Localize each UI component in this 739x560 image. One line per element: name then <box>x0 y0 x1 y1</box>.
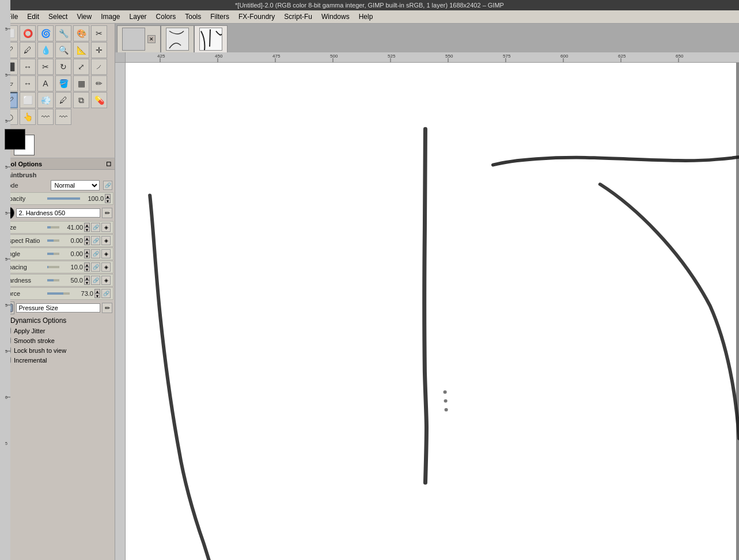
hardness-up[interactable]: ▲ <box>84 276 90 280</box>
fuzzy-select-tool[interactable]: 🔧 <box>55 25 71 41</box>
mode-chain-btn[interactable]: 🔗 <box>103 181 112 190</box>
hardness-down[interactable]: ▼ <box>84 280 90 285</box>
blend-tool[interactable]: ▦ <box>73 75 89 92</box>
force-chain-btn[interactable]: 🔗 <box>101 289 111 298</box>
aspect-ratio-track[interactable] <box>47 239 59 242</box>
angle-spin[interactable]: ▲ ▼ <box>84 249 90 258</box>
aspect-ratio-value: 0.00 <box>61 237 83 244</box>
dynamics-options-row[interactable]: ▶ Dynamics Options <box>0 315 115 326</box>
text-tool[interactable]: A <box>37 75 54 92</box>
free-select-tool[interactable]: 🌀 <box>37 25 54 41</box>
menu-item-script-fu[interactable]: Script-Fu <box>279 12 317 22</box>
color-picker-tool[interactable]: 💧 <box>37 42 54 58</box>
scissors-tool[interactable]: ✂ <box>91 25 107 41</box>
tab-active[interactable] <box>194 25 228 52</box>
move-tool[interactable]: ✛ <box>91 42 107 58</box>
angle-dyn-btn[interactable]: ◈ <box>101 249 111 258</box>
canvas-viewport[interactable] <box>126 63 739 560</box>
size-dyn-btn[interactable]: ◈ <box>101 223 111 232</box>
aspect-ratio-up[interactable]: ▲ <box>84 236 90 241</box>
opacity-spin[interactable]: ▲ ▼ <box>105 194 111 203</box>
opacity-track[interactable] <box>47 197 80 200</box>
spacing-spin[interactable]: ▲ ▼ <box>84 262 90 272</box>
foreground-color-swatch[interactable] <box>5 129 25 150</box>
airbrush-tool[interactable]: 💨 <box>37 92 54 108</box>
rotate-tool[interactable]: ↻ <box>55 59 71 75</box>
hardness-spin[interactable]: ▲ ▼ <box>84 276 90 285</box>
menu-item-windows[interactable]: Windows <box>317 12 354 22</box>
scale-tool[interactable]: ⤢ <box>73 59 89 75</box>
aspect-ratio-dyn-btn[interactable]: ◈ <box>101 236 111 245</box>
force-down[interactable]: ▼ <box>94 294 100 298</box>
smudge-tool[interactable]: 👆 <box>20 109 36 125</box>
tab-empty-close[interactable]: ✕ <box>147 35 156 43</box>
menu-item-filters[interactable]: Filters <box>206 12 234 22</box>
ellipse-select-tool[interactable]: ⭕ <box>20 25 36 41</box>
force-track[interactable] <box>47 292 70 295</box>
hardness-track[interactable] <box>47 279 59 281</box>
aspect-ratio-spin[interactable]: ▲ ▼ <box>84 236 90 245</box>
transform-tool[interactable]: ↔ <box>20 59 36 75</box>
menu-item-view[interactable]: View <box>72 12 96 22</box>
tab-empty[interactable]: ✕ <box>117 25 161 52</box>
hardness-row: Hardness 50.0 ▲ ▼ 🔗 ◈ <box>1 274 113 287</box>
bucket-fill-tool[interactable]: 🪣 <box>55 75 71 92</box>
svg-text:575: 575 <box>503 54 511 59</box>
opacity-down[interactable]: ▼ <box>105 199 111 203</box>
hardness-chain-btn[interactable]: 🔗 <box>91 276 100 285</box>
spacing-up[interactable]: ▲ <box>84 262 90 267</box>
force-up[interactable]: ▲ <box>94 289 100 294</box>
spacing-chain-btn[interactable]: 🔗 <box>91 262 100 272</box>
dynamics-edit-btn[interactable]: ✏ <box>102 303 112 313</box>
flip-tool[interactable]: ↔ <box>20 75 36 92</box>
hardness-dyn-btn[interactable]: ◈ <box>101 276 111 285</box>
angle-down[interactable]: ▼ <box>84 254 90 258</box>
eraser-tool[interactable]: ⬜ <box>20 92 36 108</box>
ink-tool[interactable]: 🖊 <box>55 92 71 108</box>
opacity-fill <box>47 197 80 200</box>
brush-row: ✏ <box>0 205 115 220</box>
angle-chain-btn[interactable]: 🔗 <box>91 249 100 258</box>
size-chain-btn[interactable]: 🔗 <box>91 223 100 232</box>
angle-up[interactable]: ▲ <box>84 249 90 254</box>
spacing-down[interactable]: ▼ <box>84 267 90 272</box>
curves-tool[interactable]: 〰 <box>55 109 71 125</box>
menu-item-layer[interactable]: Layer <box>125 12 151 22</box>
select-by-color-tool[interactable]: 🎨 <box>73 25 89 41</box>
force-spin[interactable]: ▲ ▼ <box>94 289 100 298</box>
shear-tool[interactable]: ⟋ <box>91 59 107 75</box>
stroke-canvas[interactable] <box>126 63 739 560</box>
angle-track[interactable] <box>47 253 59 255</box>
menu-item-help[interactable]: Help <box>354 12 378 22</box>
aspect-ratio-down[interactable]: ▼ <box>84 241 90 245</box>
brush-name-input[interactable] <box>16 208 100 218</box>
brush-edit-btn[interactable]: ✏ <box>102 208 112 218</box>
spacing-dyn-btn[interactable]: ◈ <box>101 262 111 272</box>
paths-tool[interactable]: 🖊 <box>20 42 36 58</box>
menu-item-image[interactable]: Image <box>96 12 124 22</box>
aspect-ratio-chain-btn[interactable]: 🔗 <box>91 236 100 245</box>
heal-tool[interactable]: 💊 <box>91 92 107 108</box>
dynamics-name-input[interactable] <box>16 303 100 313</box>
spacing-track[interactable] <box>47 266 59 268</box>
size-spin[interactable]: ▲ ▼ <box>84 223 90 232</box>
size-down[interactable]: ▼ <box>84 227 90 232</box>
menu-item-colors[interactable]: Colors <box>151 12 181 22</box>
opacity-up[interactable]: ▲ <box>105 194 111 199</box>
menu-item-select[interactable]: Select <box>44 12 72 22</box>
force-fill <box>47 292 63 295</box>
pencil-tool[interactable]: ✏ <box>91 75 107 92</box>
crop-tool[interactable]: ✂ <box>37 59 54 75</box>
size-track[interactable] <box>47 226 59 228</box>
tab-outline[interactable] <box>161 25 194 52</box>
size-up[interactable]: ▲ <box>84 223 90 227</box>
menu-item-tools[interactable]: Tools <box>180 12 206 22</box>
convolve-tool[interactable]: 〰 <box>37 109 54 125</box>
menu-item-edit[interactable]: Edit <box>22 12 44 22</box>
measure-tool[interactable]: 📐 <box>73 42 89 58</box>
menu-item-fx-foundry[interactable]: FX-Foundry <box>234 12 279 22</box>
tool-options-collapse-icon[interactable]: ◻ <box>106 160 111 167</box>
mode-select[interactable]: Normal <box>51 180 100 191</box>
clone-tool[interactable]: ⧉ <box>73 92 89 108</box>
zoom-tool[interactable]: 🔍 <box>55 42 71 58</box>
